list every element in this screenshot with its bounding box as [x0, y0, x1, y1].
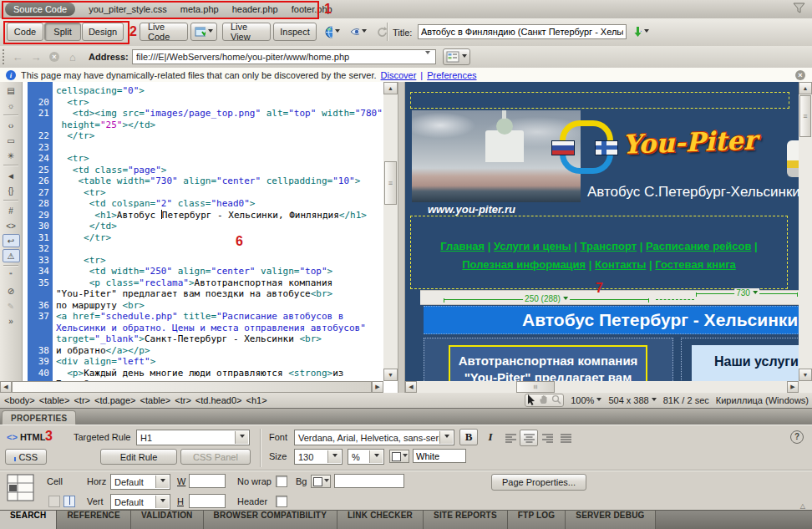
horz-select[interactable]: Default: [110, 474, 170, 490]
scroll-up-icon[interactable]: ▲: [799, 82, 812, 94]
discover-link[interactable]: Discover: [381, 70, 417, 80]
page-properties-button[interactable]: Page Properties...: [491, 474, 586, 491]
css-mode-button[interactable]: CSS: [5, 449, 47, 465]
results-tab-browser-compatibility[interactable]: BROWSER COMPATIBILITY: [204, 511, 338, 529]
preview-in-browser-icon[interactable]: [321, 23, 344, 41]
design-left-cell[interactable]: Автотранспортная компания "You-Piter" пр…: [424, 338, 673, 381]
related-file-tab[interactable]: you_piter_style.css: [89, 4, 167, 14]
vert-select[interactable]: Default: [110, 494, 170, 510]
code-line[interactable]: <tr>: [56, 255, 383, 267]
code-line[interactable]: </td>: [56, 221, 383, 232]
services-box[interactable]: Наши услуги: [692, 345, 799, 381]
scroll-right-icon[interactable]: ▶: [372, 381, 383, 393]
collapse-full-tag-icon[interactable]: ‹›: [3, 119, 20, 132]
code-line[interactable]: height="25"></td>: [56, 120, 383, 131]
balance-braces-icon[interactable]: {}: [3, 184, 20, 197]
justify-icon[interactable]: [556, 430, 575, 446]
highlight-invalid-code-icon[interactable]: <>: [3, 219, 20, 232]
design-right-cell[interactable]: Наши услуги: [681, 338, 799, 381]
align-right-icon[interactable]: [538, 430, 556, 446]
design-empty-table-row[interactable]: [410, 92, 789, 109]
hand-tool-icon[interactable]: [539, 394, 549, 406]
html-mode-button[interactable]: <> HTML: [7, 432, 45, 442]
code-line[interactable]: по маршруту <br>: [56, 300, 383, 312]
address-input[interactable]: [132, 49, 436, 64]
reclama-box[interactable]: Автотранспортная компания "You-Piter" пр…: [449, 345, 647, 381]
code-line[interactable]: <div align="left">: [56, 356, 383, 368]
font-select[interactable]: Verdana, Arial, Helvetica, sans-serif: [294, 430, 454, 445]
design-vertical-scrollbar[interactable]: ▲ ≡ ▼: [799, 82, 812, 393]
design-hscroll-thumb[interactable]: ≡: [516, 381, 555, 393]
tag-selector-item[interactable]: <table>: [140, 395, 171, 405]
table-width-bar[interactable]: 730 250 (288): [420, 290, 799, 305]
design-horizontal-scrollbar[interactable]: ◀ ≡ ▶: [405, 381, 799, 393]
nav-link[interactable]: Контакты: [595, 258, 646, 271]
toolbar-grip[interactable]: [3, 49, 7, 64]
code-line[interactable]: <td class="page">: [56, 165, 383, 176]
scroll-right-icon[interactable]: ▶: [787, 381, 799, 393]
window-size-select[interactable]: 504 x 388: [608, 395, 656, 405]
table-width-250[interactable]: 250 (288): [444, 299, 649, 300]
code-line[interactable]: [56, 142, 383, 154]
site-nav-menu[interactable]: Главная | Услуги и цены | Транспорт | Ра…: [410, 216, 788, 289]
tag-selector-item[interactable]: <tr>: [175, 395, 191, 405]
visual-aids-icon[interactable]: [346, 23, 371, 41]
code-line[interactable]: <tr>: [56, 97, 383, 109]
address-dropdown-icon[interactable]: [425, 51, 430, 57]
open-documents-icon[interactable]: ▤: [3, 84, 20, 97]
results-tab-reference[interactable]: REFERENCE: [57, 511, 130, 529]
view-options-icon[interactable]: [443, 48, 470, 65]
code-line[interactable]: [56, 243, 383, 255]
stop-icon[interactable]: ×: [47, 49, 62, 64]
line-numbers-icon[interactable]: #: [3, 204, 20, 217]
scroll-down-icon[interactable]: ▼: [383, 369, 398, 381]
code-line[interactable]: <td><img src="images/page_top.png" alt="…: [56, 108, 383, 120]
more-options-chevrons-icon[interactable]: »: [3, 314, 20, 328]
code-line[interactable]: <p class="reclama">Автотранспортная комп…: [56, 277, 383, 289]
italic-button[interactable]: I: [481, 429, 500, 445]
bold-button[interactable]: B: [459, 429, 478, 445]
select-parent-tag-icon[interactable]: ◄: [3, 169, 20, 182]
expand-all-icon[interactable]: ✳: [3, 149, 20, 162]
site-banner[interactable]: You-Piter Автобус С.Петербург-Хельсинки: [412, 110, 799, 202]
merge-cells-icon[interactable]: [48, 496, 60, 507]
syntax-error-alerts-icon[interactable]: ⚠: [3, 249, 20, 262]
code-horizontal-scrollbar[interactable]: ◀ ▶: [0, 381, 383, 393]
split-view-button[interactable]: Split: [44, 23, 81, 41]
word-wrap-icon[interactable]: ↩: [3, 234, 20, 247]
code-line[interactable]: Хельсинки и обратно. Цены и места отправ…: [56, 323, 383, 334]
live-view-button[interactable]: Live View: [222, 23, 271, 41]
code-line[interactable]: </tr>: [56, 232, 383, 244]
filter-related-files-icon[interactable]: [793, 3, 805, 15]
preferences-link[interactable]: Preferences: [427, 70, 476, 80]
align-center-icon[interactable]: [520, 430, 538, 446]
format-source-code-icon[interactable]: ✎: [3, 299, 20, 313]
nav-link[interactable]: Расписание рейсов: [646, 240, 751, 252]
bg-color-swatch[interactable]: [311, 475, 331, 488]
design-page-heading[interactable]: Автобус Петербург - Хельсинки: [424, 306, 799, 334]
text-color-input[interactable]: [413, 449, 466, 463]
design-scroll-thumb[interactable]: ≡: [799, 95, 811, 137]
nav-link[interactable]: Гостевая книга: [655, 258, 736, 271]
nav-link[interactable]: Транспорт: [581, 240, 637, 252]
design-view[interactable]: You-Piter Автобус С.Петербург-Хельсинки …: [405, 82, 799, 381]
close-infobar-icon[interactable]: ×: [795, 69, 805, 80]
code-line[interactable]: <a href="schedule.php" title="Расписание…: [56, 311, 383, 323]
code-view-button[interactable]: Code: [7, 23, 43, 41]
code-view[interactable]: 2021222324252627282930313233343536373839…: [23, 82, 383, 381]
back-icon[interactable]: ←: [10, 49, 25, 64]
select-tool-icon[interactable]: [527, 394, 536, 407]
code-line[interactable]: <tr>: [56, 153, 383, 165]
tag-selector-item[interactable]: <body>: [4, 395, 35, 405]
code-hscroll-thumb[interactable]: [12, 381, 372, 393]
code-scroll-thumb[interactable]: ≡: [384, 161, 397, 205]
targeted-rule-select[interactable]: H1: [136, 430, 250, 445]
design-view-button[interactable]: Design: [82, 23, 124, 41]
results-tab-ftp-log[interactable]: FTP LOG: [508, 511, 566, 529]
table-width-730[interactable]: 730: [696, 293, 798, 294]
code-line[interactable]: <h1>Автобус Петербург - Хельсинки, Финля…: [56, 210, 383, 221]
code-line[interactable]: <table width="730" align="center" cellpa…: [56, 175, 383, 187]
scroll-left-icon[interactable]: ◀: [0, 381, 12, 393]
split-cell-icon[interactable]: [63, 496, 75, 507]
forward-icon[interactable]: →: [28, 49, 43, 64]
